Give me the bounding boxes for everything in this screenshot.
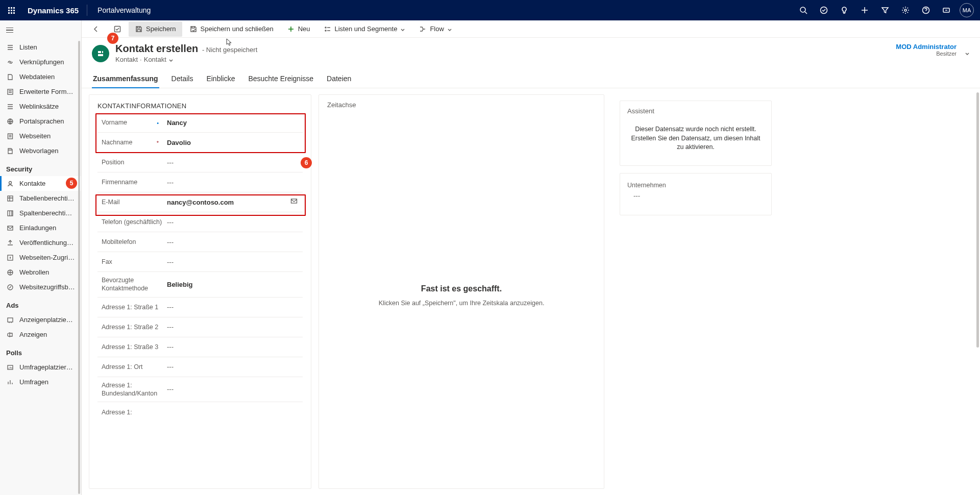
sidebar-item-sec-0[interactable]: Kontakte5 [0,176,81,191]
company-value[interactable]: --- [627,192,764,200]
field-row[interactable]: Adresse 1: Straße 3--- [97,337,303,357]
chevron-down-icon[interactable] [168,57,174,62]
lists-segments-button[interactable]: Listen und Segmente [317,21,412,37]
field-value[interactable]: Nancy [164,119,303,127]
svg-point-2 [904,9,906,11]
sidebar-item-top-3[interactable]: Erweiterte Formul... [0,84,81,99]
sidebar-scrollbar[interactable] [78,41,80,494]
sidebar-item-sec-7[interactable]: Websitezugriffsbe... [0,280,81,294]
field-row[interactable]: Nachname*Davolio [97,133,303,153]
field-row[interactable]: Adresse 1: Ort--- [97,357,303,377]
brand-name[interactable]: Dynamics 365 [24,6,82,15]
mail-icon[interactable] [290,197,300,207]
breadcrumb-entity[interactable]: Kontakt [115,56,138,63]
sidebar-item-label: Umfrageplatzieru... [19,363,75,371]
field-row[interactable]: E-Mailnancy@contoso.com [97,192,303,212]
field-value[interactable]: --- [164,179,303,186]
assistant-panel: Assistent Dieser Datensatz wurde noch ni… [620,101,772,166]
sidebar-item-sec-1[interactable]: Tabellenberechtig... [0,191,81,206]
sidebar-item-top-7[interactable]: Webvorlagen [0,143,81,158]
sidebar-item-sec-4[interactable]: Veröffentlichungs... [0,235,81,250]
field-label: Vorname• [97,119,164,126]
sidebar-item-sec-5[interactable]: Webseiten-Zugriff... [0,250,81,265]
tab-3[interactable]: Besuchte Ereignisse [247,71,314,88]
tab-2[interactable]: Einblicke [205,71,236,88]
field-value[interactable]: --- [164,258,303,266]
tab-0[interactable]: Zusammenfassung [92,71,159,88]
table-icon [6,194,14,203]
field-label: Mobiltelefon [97,238,164,245]
sidebar-item-label: Kontakte [19,180,45,187]
sidebar-item-ads-1[interactable]: Anzeigen [0,327,81,342]
sidebar-item-top-1[interactable]: Verknüpfungen [0,55,81,69]
sidebar-item-sec-6[interactable]: Webrollen [0,265,81,280]
field-row[interactable]: Adresse 1: Straße 2--- [97,317,303,337]
field-value[interactable]: --- [164,218,303,226]
sidebar-item-sec-3[interactable]: Einladungen [0,220,81,235]
sidebar-item-polls-1[interactable]: Umfragen [0,375,81,389]
field-row[interactable]: Vorname•Nancy [97,113,303,133]
breadcrumb-form[interactable]: Kontakt [144,56,166,63]
field-row[interactable]: Fax--- [97,252,303,272]
field-value[interactable]: --- [164,343,303,351]
sidebar-item-sec-2[interactable]: Spaltenberechtigu... [0,206,81,220]
save-close-label: Speichern und schließen [201,25,274,33]
save-close-button[interactable]: Speichern und schließen [183,21,280,37]
back-button[interactable] [86,21,106,37]
field-row[interactable]: Adresse 1: Straße 1--- [97,298,303,317]
task-icon[interactable] [814,0,834,20]
field-row[interactable]: Telefon (geschäftlich)--- [97,212,303,232]
sidebar-item-label: Veröffentlichungs... [19,239,75,246]
gear-icon[interactable] [895,0,916,20]
field-value[interactable]: Beliebig [164,281,303,288]
field-row[interactable]: Mobiltelefon--- [97,232,303,252]
field-value[interactable]: --- [164,323,303,331]
chevron-down-icon[interactable] [965,51,970,56]
field-value[interactable]: --- [164,385,303,393]
save-button[interactable]: Speichern [129,21,182,37]
lightbulb-icon[interactable] [834,0,854,20]
content-scrollbar[interactable] [976,92,979,348]
filter-icon[interactable] [875,0,895,20]
field-row[interactable]: Firmenname--- [97,172,303,192]
sidebar-item-ads-0[interactable]: Anzeigenplatzieru... [0,312,81,327]
app-launcher-icon[interactable] [3,2,19,18]
field-value[interactable]: --- [164,303,303,311]
tab-4[interactable]: Dateien [326,71,352,88]
field-label: Adresse 1: [97,409,164,416]
sidebar-item-top-5[interactable]: Portalsprachen [0,114,81,129]
field-row[interactable]: Adresse 1: Bundesland/Kanton--- [97,377,303,403]
flow-button[interactable]: Flow [412,21,458,37]
sidebar-item-polls-0[interactable]: Umfrageplatzieru... [0,360,81,375]
sidebar-item-top-2[interactable]: Webdateien [0,69,81,84]
field-value[interactable]: Davolio [164,139,303,146]
app-title[interactable]: Portalverwaltung [92,6,156,14]
tab-1[interactable]: Details [170,71,194,88]
page-title: Kontakt erstellen [115,43,198,54]
file-icon [6,73,14,81]
sidebar-item-top-6[interactable]: Webseiten [0,129,81,143]
field-value[interactable]: --- [164,363,303,370]
sidebar-item-top-4[interactable]: Weblinksätze [0,99,81,114]
assistant-icon[interactable] [936,0,957,20]
hamburger-icon[interactable] [0,20,81,40]
new-button[interactable]: Neu [281,21,316,37]
field-value[interactable]: --- [164,159,303,166]
command-bar: Speichern Speichern und schließen Neu Li… [82,20,980,38]
field-label: Adresse 1: Straße 3 [97,343,164,351]
help-icon[interactable] [916,0,936,20]
main: Speichern Speichern und schließen Neu Li… [82,20,980,495]
sidebar-item-top-0[interactable]: Listen [0,40,81,55]
field-value[interactable]: --- [164,238,303,246]
right-column: Assistent Dieser Datensatz wurde noch ni… [611,94,780,489]
sidebar-item-label: Webseiten [19,132,51,140]
field-row[interactable]: Adresse 1: [97,402,303,422]
field-label: Adresse 1: Straße 2 [97,324,164,331]
field-value[interactable]: nancy@contoso.com [164,199,290,206]
field-row[interactable]: Bevorzugte KontaktmethodeBeliebig [97,272,303,298]
owner-block[interactable]: MOD Administrator Besitzer [896,43,957,57]
avatar[interactable]: MA [960,3,974,17]
plus-icon[interactable] [854,0,875,20]
search-icon[interactable] [793,0,814,20]
field-row[interactable]: Position--- [97,153,303,172]
